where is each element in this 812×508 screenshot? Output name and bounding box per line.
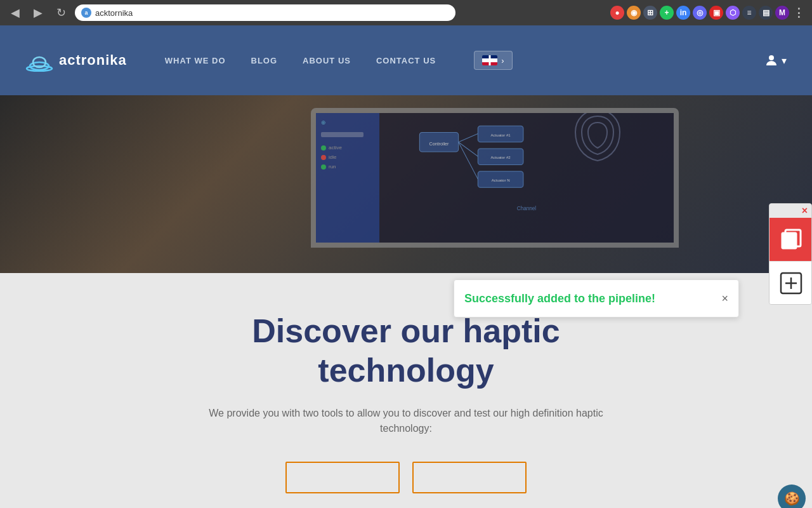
nav-about-us[interactable]: ABOUT US bbox=[303, 56, 351, 65]
laptop-screen: ⊕ active idle run Controller Actuator #1 bbox=[311, 108, 679, 248]
widget-add-icon bbox=[779, 271, 803, 295]
nav-contact-us[interactable]: CONTACT US bbox=[376, 56, 436, 65]
laptop-mockup: ⊕ active idle run Controller Actuator #1 bbox=[273, 108, 717, 273]
svg-text:Channel: Channel bbox=[517, 206, 537, 211]
widget-copy-icon bbox=[779, 227, 803, 251]
ext-icon-red[interactable]: ● bbox=[610, 6, 624, 20]
forward-button[interactable]: ▶ bbox=[29, 4, 47, 22]
cta-button-1[interactable] bbox=[285, 462, 400, 493]
url-text: acktornika bbox=[95, 8, 133, 18]
svg-text:Controller: Controller bbox=[429, 142, 450, 147]
ext-icon-green[interactable]: + bbox=[660, 6, 674, 20]
flowchart: Controller Actuator #1 Actuator #2 Actua… bbox=[386, 119, 667, 236]
screen-sidebar: ⊕ active idle run bbox=[316, 113, 379, 243]
floating-widget: × bbox=[769, 203, 812, 305]
svg-line-13 bbox=[459, 142, 478, 156]
menu-dots[interactable]: ⋮ bbox=[792, 6, 806, 20]
widget-close-bar: × bbox=[769, 204, 811, 218]
language-selector[interactable]: › bbox=[474, 51, 512, 70]
ext-icon-user[interactable]: M bbox=[775, 6, 789, 20]
svg-line-12 bbox=[459, 133, 478, 142]
address-bar[interactable]: a acktornika bbox=[75, 4, 455, 21]
svg-text:Actuator #2: Actuator #2 bbox=[490, 155, 511, 159]
ext-icon-sidebar[interactable]: ▤ bbox=[759, 6, 773, 20]
site-nav-links: WHAT WE DO BLOG ABOUT US CONTACT US › bbox=[165, 51, 513, 70]
main-heading: Discover our haptic technology bbox=[25, 311, 787, 391]
ext-icon-linkedin[interactable]: in bbox=[676, 6, 690, 20]
site-logo[interactable]: actronika bbox=[25, 50, 127, 72]
cookie-icon: 🍪 bbox=[784, 491, 800, 506]
widget-icon-top[interactable] bbox=[769, 218, 812, 261]
back-button[interactable]: ◀ bbox=[6, 4, 24, 22]
svg-text:Actuator #1: Actuator #1 bbox=[490, 133, 511, 137]
widget-close-button[interactable]: × bbox=[802, 205, 808, 217]
ext-icon-violet[interactable]: ⬡ bbox=[726, 6, 740, 20]
site-navbar: actronika WHAT WE DO BLOG ABOUT US CONTA… bbox=[0, 25, 812, 95]
ext-icon-dark[interactable]: ⊞ bbox=[643, 6, 657, 20]
ext-icon-gray[interactable]: ≡ bbox=[742, 6, 756, 20]
svg-point-3 bbox=[769, 55, 774, 60]
uk-flag bbox=[482, 55, 497, 65]
ext-icon-purple[interactable]: ◎ bbox=[693, 6, 707, 20]
cta-buttons bbox=[25, 462, 787, 493]
svg-text:Actuator N: Actuator N bbox=[492, 178, 510, 182]
toast-notification: Successfully added to the pipeline! × bbox=[454, 279, 739, 318]
user-chevron: ▾ bbox=[782, 55, 787, 67]
ext-icon-orange[interactable]: ◉ bbox=[627, 6, 641, 20]
cookie-button[interactable]: 🍪 bbox=[778, 485, 806, 508]
sub-text: We provide you with two tools to allow y… bbox=[184, 406, 628, 436]
site-content: actronika WHAT WE DO BLOG ABOUT US CONTA… bbox=[0, 25, 812, 508]
favicon: a bbox=[81, 8, 91, 18]
toast-close-button[interactable]: × bbox=[721, 292, 728, 305]
heading-line2: technology bbox=[318, 352, 494, 389]
refresh-button[interactable]: ↻ bbox=[52, 4, 70, 22]
hero-section: ⊕ active idle run Controller Actuator #1 bbox=[0, 95, 812, 273]
fingerprint-overlay bbox=[572, 108, 623, 174]
ext-icon-red2[interactable]: ▣ bbox=[709, 6, 723, 20]
heading-line1: Discover our haptic bbox=[252, 312, 560, 349]
browser-chrome: ◀ ▶ ↻ a acktornika ● ◉ ⊞ + in ◎ ▣ ⬡ ≡ ▤ … bbox=[0, 0, 812, 25]
cta-button-2[interactable] bbox=[412, 462, 527, 493]
screen-content: Controller Actuator #1 Actuator #2 Actua… bbox=[379, 113, 674, 243]
nav-what-we-do[interactable]: WHAT WE DO bbox=[165, 56, 226, 65]
user-menu[interactable]: ▾ bbox=[764, 53, 787, 68]
widget-icon-bottom[interactable] bbox=[769, 261, 812, 304]
user-icon bbox=[764, 53, 779, 68]
lang-chevron: › bbox=[501, 56, 504, 65]
nav-blog[interactable]: BLOG bbox=[251, 56, 278, 65]
logo-icon bbox=[25, 50, 54, 72]
browser-icons-right: ● ◉ ⊞ + in ◎ ▣ ⬡ ≡ ▤ M ⋮ bbox=[610, 6, 806, 20]
toast-message: Successfully added to the pipeline! bbox=[464, 292, 655, 305]
logo-text: actronika bbox=[59, 52, 127, 69]
svg-line-14 bbox=[459, 142, 478, 179]
content-section: Successfully added to the pipeline! × × bbox=[0, 273, 812, 508]
